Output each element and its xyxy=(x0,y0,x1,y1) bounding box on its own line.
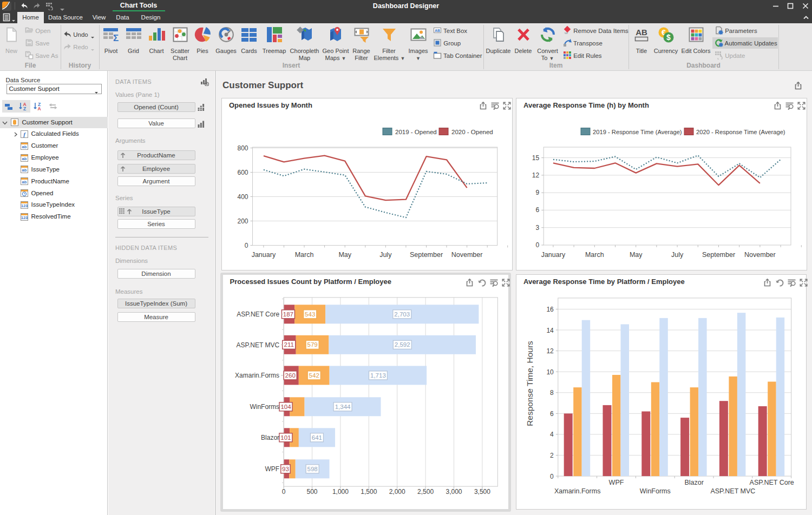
svg-text:2: 2 xyxy=(550,452,554,459)
svg-text:14: 14 xyxy=(546,327,554,334)
svg-text:1,344: 1,344 xyxy=(335,404,350,410)
svg-text:$: $ xyxy=(666,33,671,42)
svg-text:ab: ab xyxy=(22,168,27,173)
svg-text:187: 187 xyxy=(283,311,293,318)
svg-text:2,500: 2,500 xyxy=(417,488,434,496)
svg-text:3,500: 3,500 xyxy=(474,488,490,496)
svg-text:1,000: 1,000 xyxy=(332,488,348,496)
svg-text:ASP.NET MVC: ASP.NET MVC xyxy=(236,341,279,349)
svg-text:Z: Z xyxy=(23,106,26,111)
svg-text:January: January xyxy=(541,251,566,259)
svg-text:123: 123 xyxy=(21,215,28,220)
svg-text:Xamarin.Forms: Xamarin.Forms xyxy=(554,487,600,495)
svg-text:July: July xyxy=(379,251,392,259)
svg-text:12: 12 xyxy=(532,171,540,179)
svg-text:AB: AB xyxy=(636,28,647,37)
svg-text:ASP.NET Core: ASP.NET Core xyxy=(750,479,794,486)
svg-text:Response Time, Hours: Response Time, Hours xyxy=(525,341,534,426)
svg-text:January: January xyxy=(252,251,276,259)
svg-text:A: A xyxy=(37,106,41,111)
svg-text:211: 211 xyxy=(284,341,293,348)
svg-text:September: September xyxy=(410,251,443,259)
svg-text:641: 641 xyxy=(311,434,322,441)
svg-text:WinForms: WinForms xyxy=(640,487,671,495)
svg-text:600: 600 xyxy=(237,169,248,176)
svg-text:Xamarin.Forms: Xamarin.Forms xyxy=(235,372,279,379)
svg-text:WinForms: WinForms xyxy=(250,403,279,411)
svg-text:ab: ab xyxy=(22,156,27,161)
svg-text:0: 0 xyxy=(550,473,554,480)
svg-text:9: 9 xyxy=(536,189,540,196)
svg-text:2019 - Opened: 2019 - Opened xyxy=(395,129,437,135)
svg-text:6: 6 xyxy=(536,206,540,214)
svg-text:WPF: WPF xyxy=(609,479,624,486)
svg-text:0: 0 xyxy=(281,488,285,496)
svg-text:Blazor: Blazor xyxy=(261,434,279,441)
svg-text:March: March xyxy=(295,251,314,259)
svg-text:March: March xyxy=(585,251,604,259)
svg-text:ab: ab xyxy=(22,144,27,149)
svg-text:200: 200 xyxy=(237,217,248,225)
svg-text:AB: AB xyxy=(435,29,440,32)
svg-text:542: 542 xyxy=(309,372,319,379)
svg-text:1,713: 1,713 xyxy=(370,372,386,379)
svg-text:November: November xyxy=(744,251,776,259)
svg-text:September: September xyxy=(702,251,735,259)
svg-text:123: 123 xyxy=(21,203,28,208)
svg-text:10: 10 xyxy=(546,368,554,376)
svg-text:2,592: 2,592 xyxy=(394,341,410,348)
svg-text:1,500: 1,500 xyxy=(361,488,377,496)
svg-text:2020 - Response Time (Average): 2020 - Response Time (Average) xyxy=(696,129,785,135)
svg-text:16: 16 xyxy=(546,306,554,313)
svg-text:260: 260 xyxy=(285,372,295,379)
svg-text:3,000: 3,000 xyxy=(446,488,462,496)
svg-text:4: 4 xyxy=(550,431,554,438)
svg-text:579: 579 xyxy=(307,341,317,348)
svg-text:WPF: WPF xyxy=(265,465,279,473)
svg-text:0: 0 xyxy=(245,242,248,249)
svg-text:July: July xyxy=(671,251,684,259)
svg-text:8: 8 xyxy=(550,389,554,397)
svg-text:2020 - Opened: 2020 - Opened xyxy=(451,129,493,135)
svg-text:800: 800 xyxy=(237,144,248,152)
svg-text:598: 598 xyxy=(307,466,317,472)
svg-text:May: May xyxy=(630,251,643,259)
svg-text:2,703: 2,703 xyxy=(394,311,410,318)
svg-text:ASP.NET MVC: ASP.NET MVC xyxy=(710,487,755,495)
svg-text:543: 543 xyxy=(305,311,315,318)
svg-text:Blazor: Blazor xyxy=(684,479,703,486)
svg-text:ASP.NET Core: ASP.NET Core xyxy=(237,311,279,318)
svg-text:2019 - Response Time (Average): 2019 - Response Time (Average) xyxy=(593,129,682,135)
svg-text:3: 3 xyxy=(536,224,540,232)
svg-text:6: 6 xyxy=(550,410,554,418)
svg-text:15: 15 xyxy=(532,154,540,162)
svg-text:May: May xyxy=(338,251,351,259)
svg-text:12: 12 xyxy=(546,347,554,355)
svg-text:400: 400 xyxy=(237,193,248,201)
svg-text:0: 0 xyxy=(536,241,540,249)
svg-text:500: 500 xyxy=(306,488,317,496)
svg-text:November: November xyxy=(451,251,483,259)
svg-text:2,000: 2,000 xyxy=(389,488,405,496)
svg-text:ab: ab xyxy=(22,180,27,184)
